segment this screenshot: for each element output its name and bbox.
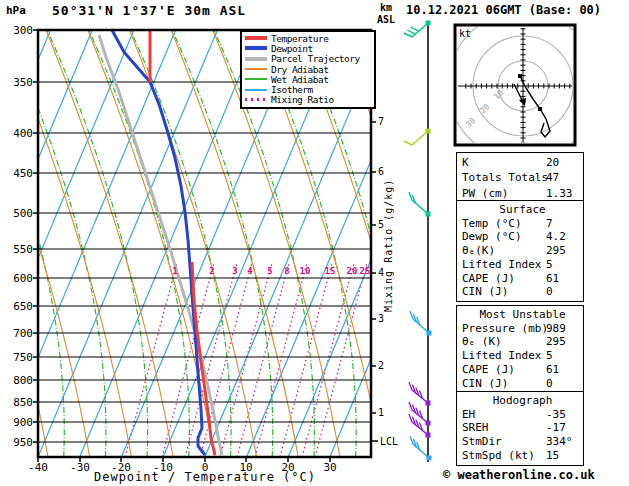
wind-level-marker [426, 401, 431, 406]
row-value: 989 [546, 322, 566, 336]
temp-axis-label: 20 [272, 461, 304, 474]
pressure-axis-label: 500 [4, 207, 33, 220]
station-title: 50°31'N 1°37'E 30m ASL [52, 3, 246, 18]
wind-level-marker [427, 456, 432, 461]
pressure-axis-label: 750 [4, 351, 33, 364]
row-value: 334° [546, 435, 573, 449]
table-row: Totals Totals47 [462, 170, 583, 185]
km-axis-label: 6 [378, 166, 384, 177]
mixing-ratio-line [200, 263, 252, 457]
row-label: SREH [462, 421, 489, 434]
table-row: PW (cm)1.33 [462, 186, 583, 201]
temp-axis-label: -30 [64, 461, 96, 474]
temp-axis-label: -40 [22, 461, 54, 474]
pressure-axis-label: 300 [4, 24, 33, 37]
legend-swatch-dry-adiabat [245, 68, 267, 70]
km-axis-label: 2 [378, 360, 384, 371]
km-axis-label: 1 [378, 407, 384, 418]
lcl-label: LCL [380, 436, 398, 447]
row-value: 1.33 [546, 186, 573, 201]
indices-table-hodograph: HodographEH-35SREH-17StmDir334°StmSpd (k… [456, 391, 584, 466]
legend-item: Wet Adiabat [242, 74, 374, 84]
mixing-ratio-line [315, 263, 367, 457]
row-value: 61 [546, 272, 559, 286]
wind-barb [404, 21, 431, 38]
mixing-ratio-line [125, 263, 177, 457]
wind-barb [404, 129, 431, 146]
mixing-ratio-value-label: 2 [204, 266, 220, 276]
row-value: 47 [546, 170, 559, 185]
row-value: 295 [546, 244, 566, 258]
mixing-ratio-value-label: 15 [322, 266, 338, 276]
row-label: StmDir [462, 435, 502, 448]
row-value: 4.2 [546, 230, 566, 244]
wind-level-marker [426, 21, 431, 26]
row-label: θₑ(K) [462, 244, 495, 257]
row-value: 0 [546, 377, 553, 391]
row-label: CIN (J) [462, 377, 508, 390]
table-row: SREH-17 [462, 421, 583, 435]
wind-level-marker [427, 331, 432, 336]
row-label: Temp (°C) [462, 217, 522, 230]
row-label: Dewp (°C) [462, 230, 522, 243]
table-row: StmDir334° [462, 435, 583, 449]
temp-axis-label: 10 [230, 461, 262, 474]
temperature-trace [192, 262, 215, 455]
wet-adiabat-line [47, 30, 148, 457]
row-label: PW (cm) [462, 187, 508, 200]
wind-level-marker [426, 212, 431, 217]
row-label: CAPE (J) [462, 363, 515, 376]
valid-datetime: 10.12.2021 06GMT (Base: 00) [406, 3, 601, 17]
mixing-ratio-value-label: 4 [242, 266, 258, 276]
hodograph-unit-label: kt [459, 28, 471, 39]
row-value: 5 [546, 349, 553, 363]
row-label: EH [462, 408, 475, 421]
legend-item: Temperature [242, 33, 374, 43]
mixing-ratio-line [162, 263, 214, 457]
pressure-axis-label: 450 [4, 167, 33, 180]
mixing-ratio-value-label: 1 [167, 266, 183, 276]
pressure-axis-label: 900 [4, 416, 33, 429]
pressure-unit-label: hPa [6, 4, 26, 17]
pressure-axis-label: 400 [4, 127, 33, 140]
row-label: CIN (J) [462, 285, 508, 298]
row-value: -17 [546, 421, 566, 435]
legend-swatch-mixing-ratio [245, 98, 267, 101]
mixing-ratio-value-label: 5 [262, 266, 278, 276]
indices-table-most-unstable: Most UnstablePressure (mb)989θₑ (K)295Li… [456, 305, 584, 393]
table-row: Pressure (mb)989 [462, 322, 583, 336]
pressure-axis-label: 350 [4, 76, 33, 89]
table-row: Lifted Index5 [462, 258, 583, 272]
km-axis-label: 3 [378, 313, 384, 324]
table-row: CAPE (J)61 [462, 363, 583, 377]
table-row: Dewp (°C)4.2 [462, 230, 583, 244]
table-row: Lifted Index5 [462, 349, 583, 363]
row-value: 61 [546, 363, 559, 377]
wind-level-marker [426, 421, 431, 426]
wet-adiabat-line [89, 30, 190, 457]
table-row: Temp (°C)7 [462, 217, 583, 231]
hodograph-trace-dot [518, 74, 522, 78]
row-label: θₑ (K) [462, 335, 502, 348]
temp-axis-label: -20 [105, 461, 137, 474]
mixing-ratio-axis-label: Mixing Ratio (g/kg) [383, 140, 394, 350]
legend-swatch-wet-adiabat [245, 78, 267, 80]
km-unit-label: km [372, 2, 400, 14]
row-value: 295 [546, 335, 566, 349]
pressure-axis-label: 850 [4, 396, 33, 409]
table-row: K20 [462, 155, 583, 170]
legend-item: Isotherm [242, 84, 374, 94]
temp-axis-label: 30 [314, 461, 346, 474]
wind-level-marker [426, 433, 431, 438]
legend-label: Mixing Ratio [271, 94, 334, 105]
pressure-axis-label: 550 [4, 243, 33, 256]
indices-table-stability: K20Totals Totals47PW (cm)1.33 [456, 152, 584, 204]
temp-axis-label: -10 [147, 461, 179, 474]
row-label: CAPE (J) [462, 272, 515, 285]
pressure-axis-label: 600 [4, 272, 33, 285]
legend-item: Mixing Ratio [242, 95, 374, 105]
pressure-axis-label: 650 [4, 300, 33, 313]
wet-adiabat-line [131, 30, 232, 457]
mixing-ratio-value-label: 10 [297, 266, 313, 276]
legend-item: Dewpoint [242, 43, 374, 53]
